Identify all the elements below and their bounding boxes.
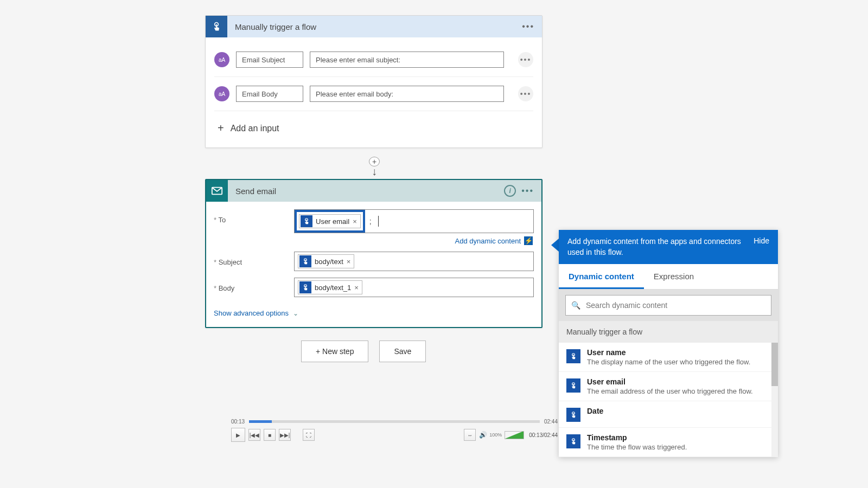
trigger-card: Manually trigger a flow ••• aA Email Sub…: [205, 15, 542, 148]
flow-icon: [566, 434, 580, 448]
dynamic-content-panel: Add dynamic content from the apps and co…: [559, 230, 778, 457]
dc-search-placeholder: Search dynamic content: [586, 301, 667, 310]
aspect-button[interactable]: ↔: [464, 429, 476, 441]
volume-slider[interactable]: [505, 431, 524, 439]
plus-icon: +: [218, 122, 224, 134]
dc-item-title: User name: [587, 348, 770, 357]
next-button[interactable]: ▶▶|: [279, 429, 291, 441]
dynamic-token[interactable]: body/text ×: [298, 254, 354, 268]
dc-scrollbar[interactable]: [771, 343, 778, 457]
dc-group-title: Manually trigger a flow: [559, 321, 778, 343]
token-remove[interactable]: ×: [353, 217, 357, 226]
separator: ;: [369, 217, 372, 226]
step-connector: + ↓: [374, 157, 375, 176]
lightning-icon: ⚡: [524, 236, 533, 245]
field-subject-input[interactable]: body/text ×: [294, 252, 534, 271]
add-input-label: Add an input: [231, 124, 279, 133]
chevron-down-icon: ⌄: [293, 310, 298, 317]
dc-search-input[interactable]: 🔍 Search dynamic content: [565, 295, 771, 316]
flow-icon: [299, 255, 311, 267]
text-type-badge: aA: [214, 86, 229, 101]
trigger-header[interactable]: Manually trigger a flow •••: [206, 16, 542, 37]
dc-head-text: Add dynamic content from the apps and co…: [567, 236, 747, 258]
input-prompt-field[interactable]: Please enter email subject:: [310, 52, 504, 68]
token-remove[interactable]: ×: [354, 284, 359, 292]
field-subject-label: * Subject: [214, 252, 294, 266]
field-body-row: * Body body/text_1 ×: [214, 278, 534, 297]
dc-item-title: Date: [587, 407, 770, 415]
action-menu-button[interactable]: •••: [521, 186, 534, 196]
save-button[interactable]: Save: [379, 341, 426, 362]
text-type-badge: aA: [214, 52, 229, 67]
info-icon[interactable]: i: [504, 185, 516, 197]
trigger-icon: [206, 16, 227, 37]
add-input-button[interactable]: + Add an input: [214, 111, 533, 144]
trigger-input-row: aA Email Subject Please enter email subj…: [214, 43, 533, 77]
progress-fill: [249, 420, 272, 423]
tap-icon: [211, 21, 222, 32]
flow-icon: [301, 215, 312, 227]
flow-icon: [566, 378, 580, 393]
dc-hide-button[interactable]: Hide: [754, 236, 769, 258]
add-dynamic-content-link[interactable]: Add dynamic content ⚡: [294, 233, 534, 245]
action-body: * To User email × ;: [206, 202, 541, 327]
trigger-input-row: aA Email Body Please enter email body: •…: [214, 77, 533, 111]
token-remove[interactable]: ×: [347, 258, 351, 266]
search-icon: 🔍: [571, 301, 580, 310]
fullscreen-button[interactable]: ⛶: [303, 429, 315, 441]
flow-icon: [566, 349, 580, 363]
field-to-input[interactable]: User email × ;: [294, 209, 534, 233]
input-row-menu[interactable]: •••: [518, 86, 533, 101]
bottom-actions: + New step Save: [301, 341, 426, 362]
token-label: body/text: [315, 258, 343, 266]
input-row-menu[interactable]: •••: [518, 52, 533, 67]
token-label: body/text_1: [315, 284, 351, 292]
action-card: Send email i ••• * To User: [205, 179, 542, 328]
dc-items-list: User name The display name of the user w…: [559, 343, 778, 457]
stop-button[interactable]: ■: [264, 429, 276, 441]
field-body-label: * Body: [214, 278, 294, 292]
time-combo: 00:13/02:44: [529, 432, 558, 438]
flow-designer-canvas: Manually trigger a flow ••• aA Email Sub…: [0, 0, 868, 488]
action-title: Send email: [228, 187, 504, 196]
prev-button[interactable]: |◀◀: [248, 429, 260, 441]
tab-expression[interactable]: Expression: [644, 264, 704, 289]
new-step-button[interactable]: + New step: [301, 341, 368, 362]
show-advanced-link[interactable]: Show advanced options ⌄: [214, 304, 534, 317]
token-highlight: User email ×: [295, 210, 365, 233]
input-prompt-field[interactable]: Please enter email body:: [310, 86, 504, 102]
input-name-field[interactable]: Email Subject: [236, 52, 303, 68]
volume-pct: 100%: [489, 432, 502, 438]
dc-item[interactable]: User name The display name of the user w…: [559, 343, 778, 372]
tab-dynamic-content[interactable]: Dynamic content: [559, 264, 644, 289]
dynamic-token[interactable]: User email ×: [299, 214, 361, 228]
text-cursor: [378, 216, 379, 227]
flow-icon: [299, 281, 311, 293]
action-icon: [206, 180, 228, 202]
dc-search-wrap: 🔍 Search dynamic content: [559, 290, 778, 321]
dynamic-token[interactable]: body/text_1 ×: [298, 280, 362, 294]
dc-item[interactable]: User email The email address of the user…: [559, 372, 778, 401]
panel-callout-arrow: [551, 239, 559, 252]
field-body-input[interactable]: body/text_1 ×: [294, 278, 534, 297]
arrow-down-icon: ↓: [372, 165, 377, 178]
elapsed-time: 00:13: [231, 419, 245, 425]
dc-item-desc: The time the flow was triggered.: [587, 443, 770, 451]
trigger-body: aA Email Subject Please enter email subj…: [206, 37, 542, 147]
total-time: 02:44: [544, 419, 558, 425]
field-to-row: * To User email × ;: [214, 209, 534, 245]
mail-icon: [211, 185, 223, 197]
dc-item[interactable]: Date: [559, 401, 778, 428]
input-name-field[interactable]: Email Body: [236, 86, 303, 102]
dc-item-desc: The email address of the user who trigge…: [587, 387, 770, 395]
token-label: User email: [316, 217, 349, 226]
dc-item-desc: The display name of the user who trigger…: [587, 358, 770, 366]
trigger-menu-button[interactable]: •••: [522, 22, 534, 31]
field-subject-row: * Subject body/text ×: [214, 252, 534, 271]
play-button[interactable]: ▶: [231, 428, 245, 442]
progress-track[interactable]: [249, 420, 540, 423]
action-header[interactable]: Send email i •••: [206, 180, 541, 202]
dc-item[interactable]: Timestamp The time the flow was triggere…: [559, 428, 778, 457]
speaker-icon[interactable]: 🔊: [479, 431, 487, 439]
flow-icon: [566, 408, 580, 422]
